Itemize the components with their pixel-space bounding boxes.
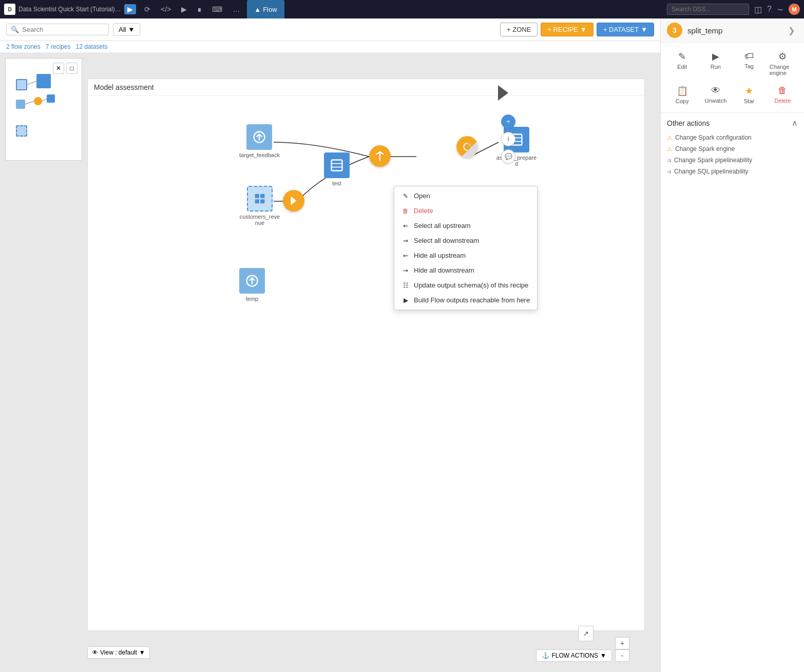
mini-node-3 [16,100,25,109]
star-action-btn[interactable]: ★ Star [734,82,764,107]
activity-icon[interactable]: ∼ [777,5,783,14]
add-zone-button[interactable]: + ZONE [500,23,538,36]
more-btn[interactable]: … [231,4,242,14]
user-avatar[interactable]: M [789,4,800,15]
spark-engine-icon: ⚠ [667,146,672,152]
add-recipe-button[interactable]: + RECIPE ▼ [541,23,593,36]
play-btn[interactable]: ▶ [179,4,189,14]
unwatch-label: Unwatch [704,98,726,104]
context-menu-update-schema[interactable]: ☷ Update output schema(s) of this recipe [394,278,537,293]
svg-rect-4 [332,160,342,171]
mini-node-2 [36,74,51,88]
star-label: Star [744,98,754,104]
add-sidebar-btn[interactable]: + [501,114,515,129]
code-btn[interactable]: </> [159,4,173,14]
other-action-spark-config[interactable]: ⚠ Change Spark configuration [667,132,798,143]
info-sidebar-btn[interactable]: i [501,132,515,146]
other-action-sql-pipeline[interactable]: ⇉ Change SQL pipelineability [667,166,798,177]
change-engine-action-btn[interactable]: ⚙ Change engine [768,48,798,79]
recipes-link[interactable]: 7 recipes [46,43,72,50]
tag-action-btn[interactable]: 🏷 Tag [734,48,764,79]
trash-icon: 🗑 [778,85,787,96]
flow-area: 🔍 All ▼ + ZONE + RECIPE ▼ + DATASET ▼ [0,18,660,672]
edit-action-btn[interactable]: ✎ Edit [667,48,697,79]
flow-zone: Model assessment [87,79,645,631]
filter-dropdown[interactable]: All ▼ [113,23,140,36]
mini-node-1 [16,79,27,90]
view-label: View : default [100,649,137,656]
copy-label: Copy [676,98,689,104]
flow-nav-btn[interactable]: ▶ [124,4,136,14]
add-dataset-button[interactable]: + DATASET ▼ [597,23,654,36]
test-icon [324,152,350,178]
svg-marker-18 [498,85,508,101]
flow-actions-btn[interactable]: ⚓ FLOW ACTIONS ▼ [536,649,612,662]
other-actions-collapse-btn[interactable]: ∧ [792,118,798,128]
node-customers-revenue[interactable]: customers_revenue [239,186,280,226]
refresh-btn[interactable]: ⟳ [142,4,152,14]
run-action-btn[interactable]: ▶ Run [700,48,731,79]
context-menu-select-upstream[interactable]: ⇜ Select all upstream [394,218,537,233]
recipe-split[interactable] [369,145,391,167]
dataset-btn-label: + DATASET [603,26,639,33]
recipe-number-badge: 3 [667,23,682,38]
datasets-link[interactable]: 12 datasets [75,43,107,50]
svg-rect-7 [255,194,259,198]
downstream-icon: ⇝ [401,237,410,244]
search-input[interactable] [22,26,104,33]
context-menu-delete[interactable]: 🗑 Delete [394,203,537,218]
context-menu-build-flow[interactable]: ▶ Build Flow outputs reachable from here [394,293,537,308]
svg-line-2 [42,99,47,101]
apps-icon[interactable]: ◫ [754,5,762,14]
chat-sidebar-btn[interactable]: 💬 [501,149,515,164]
delete-action-btn[interactable]: 🗑 Delete [768,82,798,107]
svg-line-1 [25,101,34,104]
toolbar-right: + ZONE + RECIPE ▼ + DATASET ▼ [500,23,654,36]
zones-link[interactable]: 2 flow zones [6,43,42,50]
terminal-btn[interactable]: ⌨ [210,4,224,14]
run-icon: ▶ [712,51,719,62]
tag-icon: 🏷 [744,51,754,62]
hide-upstream-icon: ⇜ [401,252,410,259]
test-label: test [332,180,341,186]
app-logo: D [4,4,15,15]
sidebar-toggle-btn[interactable] [495,84,511,102]
hide-downstream-icon: ⇝ [401,267,410,274]
view-dropdown[interactable]: 👁 View : default ▼ [87,646,150,659]
sidebar-collapse-btn[interactable]: ❯ [785,25,798,36]
zoom-out-btn[interactable]: - [615,649,629,662]
recipe-assess[interactable] [456,136,478,158]
context-menu: ✎ Open 🗑 Delete ⇜ Select all upstream [394,186,538,310]
flow-toolbar: 🔍 All ▼ + ZONE + RECIPE ▼ + DATASET ▼ [0,18,660,41]
node-temp[interactable]: temp [239,268,265,302]
stats-bar: 2 flow zones 7 recipes 12 datasets [0,41,660,53]
edit-label: Edit [677,64,687,70]
other-action-spark-engine[interactable]: ⚠ Change Spark engine [667,143,798,155]
build-icon: ▶ [401,297,410,304]
zoom-in-btn[interactable]: + [615,637,629,649]
node-test[interactable]: test [324,152,350,186]
delete-label: Delete [774,98,791,104]
node-target-feedback[interactable]: target_feedback [239,124,280,158]
search-box: 🔍 [6,24,109,35]
context-menu-hide-downstream[interactable]: ⇝ Hide all downstream [394,263,537,278]
customers-revenue-icon [247,186,273,212]
other-action-spark-pipeline[interactable]: ⇉ Change Spark pipelineability [667,155,798,166]
copy-icon: 📋 [677,85,688,97]
help-icon[interactable]: ? [767,5,772,14]
grid-btn[interactable]: ∎ [195,4,204,14]
canvas-area: ✕ □ [0,53,660,672]
zoom-controls: + - [615,637,629,662]
context-menu-select-downstream[interactable]: ⇝ Select all downstream [394,233,537,248]
svg-rect-8 [260,194,264,198]
run-label: Run [711,64,721,70]
unwatch-action-btn[interactable]: 👁 Unwatch [700,82,731,107]
expand-canvas-btn[interactable]: ↗ [578,626,594,641]
tag-label: Tag [744,63,754,69]
context-menu-open[interactable]: ✎ Open [394,188,537,203]
flow-tab[interactable]: ▲ Flow [247,0,284,18]
recipe-train[interactable] [283,190,304,212]
context-menu-hide-upstream[interactable]: ⇜ Hide all upstream [394,248,537,263]
copy-action-btn[interactable]: 📋 Copy [667,82,697,107]
global-search-input[interactable] [667,4,749,15]
